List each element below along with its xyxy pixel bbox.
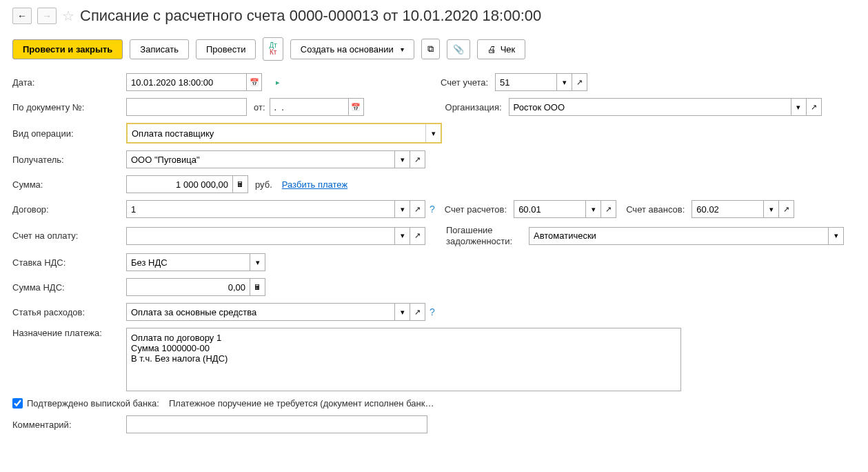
row-sum: Сумма: 🖩 руб. Разбить платеж xyxy=(12,175,856,193)
docdate-input[interactable] xyxy=(270,98,349,116)
sum-input[interactable] xyxy=(126,175,233,193)
advance-dropdown[interactable]: ▾ xyxy=(764,200,779,218)
invoice-label: Счет на оплату: xyxy=(12,230,126,241)
paperclip-icon: 📎 xyxy=(453,44,464,55)
docdate-picker[interactable]: 📅 xyxy=(349,98,364,116)
date-picker-button[interactable]: 📅 xyxy=(247,73,262,91)
comment-input[interactable] xyxy=(126,415,427,433)
operation-type-wrap: ▾ xyxy=(126,123,442,144)
date-label: Дата: xyxy=(12,77,126,88)
settlement-input[interactable] xyxy=(514,200,586,218)
debt-label: Погашение задолженности: xyxy=(446,225,522,246)
header-bar: ← → ☆ Списание с расчетного счета 0000-0… xyxy=(12,7,856,25)
expense-input[interactable] xyxy=(126,303,395,321)
row-vatsum: Сумма НДС: 🖩 xyxy=(12,278,856,296)
calendar-icon: 📅 xyxy=(250,78,259,87)
currency-label: руб. xyxy=(255,179,272,190)
row-purpose: Назначение платежа: xyxy=(12,328,856,391)
post-and-close-button[interactable]: Провести и закрыть xyxy=(12,39,123,59)
org-open[interactable]: ↗ xyxy=(807,98,822,116)
back-button[interactable]: ← xyxy=(12,8,32,24)
vatsum-calc[interactable]: 🖩 xyxy=(250,278,265,296)
recipient-label: Получатель: xyxy=(12,155,126,165)
account-dropdown[interactable]: ▾ xyxy=(557,73,572,91)
debt-dropdown[interactable]: ▾ xyxy=(829,227,844,245)
org-label: Организация: xyxy=(445,102,502,112)
favorite-star-icon[interactable]: ☆ xyxy=(62,8,74,24)
row-date-account: Дата: 📅 ▸ Счет учета: ▾ ↗ xyxy=(12,73,856,91)
structure-icon: ⧉ xyxy=(427,43,434,55)
settlement-label: Счет расчетов: xyxy=(445,204,507,215)
purpose-label: Назначение платежа: xyxy=(12,328,126,338)
vatrate-label: Ставка НДС: xyxy=(12,257,126,268)
vatsum-input[interactable] xyxy=(126,278,250,296)
org-dropdown[interactable]: ▾ xyxy=(791,98,807,116)
row-contract-accounts: Договор: ▾ ↗ ? Счет расчетов: ▾ ↗ Счет а… xyxy=(12,200,856,218)
structure-button[interactable]: ⧉ xyxy=(421,39,440,59)
row-recipient: Получатель: ▾ ↗ xyxy=(12,150,856,168)
confirmed-checkbox[interactable] xyxy=(12,398,23,409)
docnum-input[interactable] xyxy=(126,98,247,116)
create-based-button[interactable]: Создать на основании xyxy=(290,39,414,59)
vatrate-input[interactable] xyxy=(126,253,250,271)
operation-dropdown[interactable]: ▾ xyxy=(425,124,441,142)
expense-open[interactable]: ↗ xyxy=(410,303,425,321)
row-docnum-org: По документу №: от: 📅 Организация: ▾ ↗ xyxy=(12,98,856,116)
row-vatrate: Ставка НДС: ▾ xyxy=(12,253,856,271)
contract-dropdown[interactable]: ▾ xyxy=(395,200,410,218)
vatsum-label: Сумма НДС: xyxy=(12,282,126,293)
account-open[interactable]: ↗ xyxy=(572,73,587,91)
row-operation: Вид операции: ▾ xyxy=(12,123,856,144)
payment-note: Платежное поручение не требуется (докуме… xyxy=(169,398,434,409)
vatrate-dropdown[interactable]: ▾ xyxy=(250,253,265,271)
row-comment: Комментарий: xyxy=(12,415,856,433)
confirmed-label: Подтверждено выпиской банка: xyxy=(27,398,159,409)
settlement-dropdown[interactable]: ▾ xyxy=(586,200,601,218)
invoice-dropdown[interactable]: ▾ xyxy=(395,227,410,245)
from-label: от: xyxy=(254,102,265,112)
row-invoice-debt: Счет на оплату: ▾ ↗ Погашение задолженно… xyxy=(12,225,856,246)
account-label: Счет учета: xyxy=(441,77,488,88)
contract-label: Договор: xyxy=(12,204,126,215)
toolbar: Провести и закрыть Записать Провести ДтК… xyxy=(12,37,856,61)
recipient-dropdown[interactable]: ▾ xyxy=(395,150,410,168)
invoice-open[interactable]: ↗ xyxy=(410,227,425,245)
split-payment-link[interactable]: Разбить платеж xyxy=(282,179,347,190)
settlement-open[interactable]: ↗ xyxy=(601,200,616,218)
recipient-open[interactable]: ↗ xyxy=(410,150,425,168)
row-expense: Статья расходов: ▾ ↗ ? xyxy=(12,303,856,321)
forward-button: → xyxy=(37,8,57,24)
advance-input[interactable] xyxy=(692,200,764,218)
date-extra-button[interactable]: ▸ xyxy=(270,73,285,91)
sum-calc[interactable]: 🖩 xyxy=(233,175,248,193)
dt-kt-icon: ДтКт xyxy=(269,42,276,56)
row-confirmed: Подтверждено выпиской банка: Платежное п… xyxy=(12,398,856,409)
operation-type-input[interactable] xyxy=(128,124,425,142)
docnum-label: По документу №: xyxy=(12,102,126,112)
page-title: Списание с расчетного счета 0000-000013 … xyxy=(80,7,541,25)
advance-open[interactable]: ↗ xyxy=(779,200,794,218)
comment-label: Комментарий: xyxy=(12,420,126,430)
debt-input[interactable] xyxy=(529,227,829,245)
post-button[interactable]: Провести xyxy=(196,39,256,59)
receipt-icon: 🖨 xyxy=(487,44,496,55)
account-input[interactable] xyxy=(495,73,557,91)
expense-label: Статья расходов: xyxy=(12,307,126,317)
contract-input[interactable] xyxy=(126,200,395,218)
recipient-input[interactable] xyxy=(126,150,395,168)
expense-dropdown[interactable]: ▾ xyxy=(395,303,410,321)
dt-kt-button[interactable]: ДтКт xyxy=(263,37,283,61)
contract-open[interactable]: ↗ xyxy=(410,200,425,218)
receipt-button[interactable]: 🖨Чек xyxy=(477,39,526,59)
contract-help[interactable]: ? xyxy=(430,204,435,215)
operation-label: Вид операции: xyxy=(12,128,126,139)
date-input[interactable] xyxy=(126,73,247,91)
purpose-textarea[interactable] xyxy=(126,328,681,391)
tag-icon: ▸ xyxy=(276,78,280,87)
expense-help[interactable]: ? xyxy=(430,306,435,317)
attachment-button[interactable]: 📎 xyxy=(447,39,470,59)
org-input[interactable] xyxy=(509,98,791,116)
invoice-input[interactable] xyxy=(126,227,395,245)
sum-label: Сумма: xyxy=(12,179,126,190)
write-button[interactable]: Записать xyxy=(130,39,189,59)
